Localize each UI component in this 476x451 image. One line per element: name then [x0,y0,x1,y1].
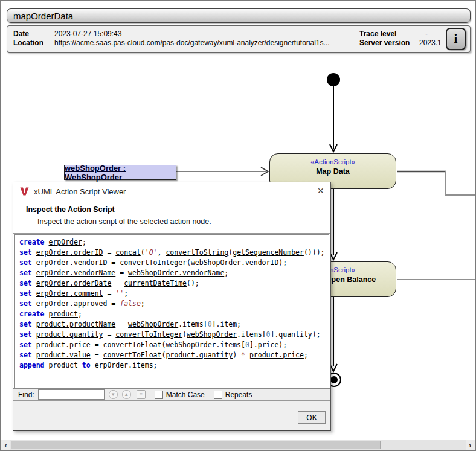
info-icon: i [454,31,458,46]
object-node-webshoporder[interactable]: webShopOrder : WebShopOrder [64,165,176,180]
ok-button[interactable]: OK [298,411,326,424]
repeats-label: Repeats [225,391,252,399]
ok-button-label: OK [306,414,317,422]
match-case-label: Match Case [166,391,205,399]
find-label: Find: [18,391,34,399]
code-line: set product.productName = webShopOrder.i… [19,319,329,330]
server-version-value: 2023.1 [419,39,442,47]
action-node-name: Map Data [316,167,350,176]
code-line: append product to erpOrder.items; [19,360,329,371]
code-line: create product; [19,309,329,319]
arrowhead-object-flow [261,167,268,176]
highlight-all-icon: ≡ [140,392,143,397]
dialog-heading: Inspect the Action Script [26,205,115,214]
app-logo-icon [20,187,29,196]
final-node [330,376,338,383]
action-script-viewer-dialog: xUML Action Script Viewer × Inspect the … [13,182,331,431]
close-icon[interactable]: × [317,185,324,196]
activity-title-bar: mapOrderData [7,8,471,23]
scrollbar-thumb[interactable] [11,441,381,449]
code-line: set erpOrder.approved = false; [19,299,329,309]
code-line: set erpOrder.vendorID = convertToInteger… [19,258,329,268]
find-next-button[interactable]: ▼ [109,390,118,399]
find-input[interactable] [38,389,105,400]
highlight-all-button[interactable]: ≡ [137,390,146,399]
code-line: set product.quantity = convertToInteger(… [19,330,329,340]
chevron-down-icon: ▼ [111,392,115,397]
location-value: https://acme.saas.pas-cloud.com/pas-doc/… [54,39,330,47]
stereotype-label: «ActionScript» [310,158,355,165]
horizontal-scrollbar: ‹ › [1,440,475,450]
code-line: create erpOrder; [19,237,329,248]
arrowhead-into-mapdata [330,144,337,152]
code-line: set erpOrder.orderID = concat('O', conve… [19,248,329,258]
object-node-label: webShopOrder : WebShopOrder [65,164,176,182]
location-label: Location [13,39,43,47]
trace-level-label: Trace level [359,30,396,38]
info-button[interactable]: i [446,28,466,50]
trace-level-value: - [425,30,428,38]
scrollbar-track[interactable] [10,440,466,450]
dialog-title-bar[interactable]: xUML Action Script Viewer × [13,182,330,200]
server-version-label: Server version [359,39,410,47]
find-prev-button[interactable]: ▲ [122,390,131,399]
scroll-right-icon: › [469,441,471,450]
initial-node[interactable] [327,73,340,86]
date-value: 2023-07-27 15:09:43 [54,30,121,38]
scroll-left-icon: ‹ [4,441,7,450]
action-script-code: create erpOrder;set erpOrder.orderID = c… [14,234,329,388]
code-line: set erpOrder.orderDate = currentDateTime… [19,278,329,289]
match-case-checkbox[interactable] [155,391,163,399]
scroll-right-button[interactable]: › [466,440,475,450]
trace-info-panel: Date 2023-07-27 15:09:43 Location https:… [7,25,471,53]
dialog-button-area: OK [13,401,330,430]
chevron-up-icon: ▲ [124,392,129,397]
dialog-subheading: Inspect the action script of the selecte… [37,217,211,226]
code-line: set erpOrder.vendorName = webShopOrder.v… [19,268,329,278]
code-line: set product.price = convertToFloat(webSh… [19,340,329,350]
activity-title: mapOrderData [13,11,73,21]
code-line: set erpOrder.comment = ''; [19,289,329,299]
repeats-checkbox[interactable] [214,391,222,399]
find-bar: Find: ▼ ▲ ≡ Match Case Repeats [13,388,330,401]
scroll-left-button[interactable]: ‹ [1,440,10,450]
app-window: mapOrderData Date 2023-07-27 15:09:43 Lo… [0,0,476,451]
code-line: set product.value = convertToFloat(produ… [19,350,329,360]
dialog-divider [13,233,330,234]
dialog-title: xUML Action Script Viewer [34,187,126,196]
date-label: Date [13,30,29,38]
